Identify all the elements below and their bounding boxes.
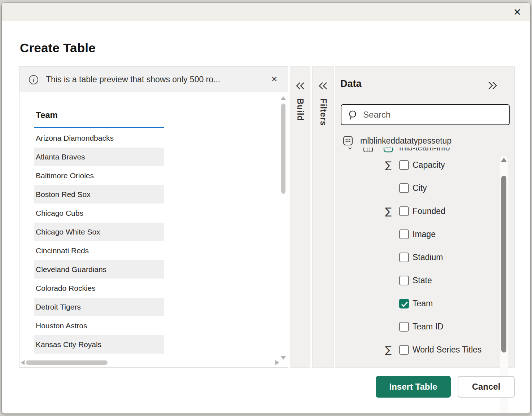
close-icon[interactable]: ✕	[511, 6, 524, 19]
column-header-team: Team	[36, 110, 58, 120]
field-label: City	[413, 183, 427, 193]
scroll-down-icon[interactable]	[281, 356, 286, 360]
scroll-up-icon[interactable]	[501, 158, 507, 162]
field-row: ∑Team ID	[335, 315, 514, 338]
table-row: Boston Red Sox	[34, 185, 164, 204]
chevron-double-left-icon[interactable]	[295, 81, 306, 92]
filters-panel-label: Filters	[318, 98, 328, 126]
scroll-up-icon[interactable]	[281, 96, 286, 100]
table-row: Chicago Cubs	[34, 204, 164, 223]
field-row: ∑City	[335, 176, 514, 200]
field-label: Founded	[413, 206, 445, 216]
info-icon: i	[29, 75, 38, 84]
cancel-button[interactable]: Cancel	[458, 376, 515, 398]
build-panel-label: Build	[295, 98, 305, 121]
table-row: Cleveland Guardians	[34, 260, 164, 279]
field-label: State	[413, 276, 432, 285]
table-name: mlb-team-info	[399, 148, 450, 153]
field-checkbox[interactable]	[399, 229, 409, 239]
search-icon	[348, 110, 359, 121]
horizontal-scroll-thumb[interactable]	[26, 360, 108, 365]
field-checkbox[interactable]	[399, 345, 409, 355]
table-row: Detroit Tigers	[34, 298, 164, 316]
field-list-scrollbar[interactable]	[500, 156, 508, 414]
field-list-scroll-thumb[interactable]	[501, 176, 506, 352]
sum-icon: ∑	[383, 159, 393, 171]
field-list: ∑Capacity∑City∑Founded∑Image∑Stadium∑Sta…	[335, 153, 514, 361]
table-row: Chicago White Sox	[34, 223, 164, 241]
preview-row-list: Arizona DiamondbacksAtlanta BravesBaltim…	[34, 129, 164, 360]
field-label: Capacity	[413, 160, 445, 170]
page-title: Create Table	[20, 41, 96, 55]
vertical-scroll-thumb[interactable]	[281, 104, 285, 194]
table-preview-panel: i This is a table preview that shows onl…	[19, 66, 288, 368]
sum-icon: ∑	[383, 206, 393, 217]
field-label: World Series Titles	[413, 345, 481, 355]
scroll-left-icon[interactable]	[21, 360, 25, 365]
field-row: ∑Capacity	[335, 153, 514, 176]
banner-message: This is a table preview that shows only …	[46, 75, 220, 84]
scroll-right-icon[interactable]	[275, 360, 279, 365]
table-row: Houston Astros	[34, 316, 164, 335]
linked-datatype-icon	[383, 148, 393, 153]
field-checkbox[interactable]	[399, 183, 409, 193]
workbook-grid-icon	[343, 136, 353, 146]
sum-icon: ∑	[383, 344, 393, 355]
data-source-row[interactable]: mlblinkeddatatypessetup	[343, 135, 452, 147]
field-checkbox[interactable]	[399, 276, 409, 285]
preview-horizontal-scrollbar[interactable]	[21, 360, 279, 365]
field-row: ∑Image	[335, 223, 514, 246]
create-table-dialog: ✕ Create Table i This is a table preview…	[1, 3, 531, 414]
table-icon	[363, 148, 373, 153]
field-checkbox[interactable]	[399, 206, 409, 216]
chevron-down-icon[interactable]	[347, 148, 353, 149]
table-row: Arizona Diamondbacks	[34, 129, 164, 148]
table-row: Atlanta Braves	[34, 148, 164, 166]
data-source-name: mlblinkeddatatypessetup	[360, 136, 452, 146]
preview-vertical-scrollbar[interactable]	[280, 96, 286, 360]
field-label: Image	[413, 229, 436, 239]
field-label: Stadium	[413, 253, 443, 262]
banner-close-icon[interactable]: ✕	[269, 74, 280, 85]
chevron-double-left-icon[interactable]	[318, 81, 328, 92]
field-row: ∑Team	[335, 292, 514, 315]
field-row: ∑World Series Titles	[335, 338, 514, 361]
build-panel-collapsed[interactable]: Build	[290, 66, 310, 368]
column-header-underline	[34, 127, 164, 128]
dialog-titlebar: ✕	[2, 3, 530, 21]
field-row: ∑State	[335, 269, 514, 292]
field-label: Team	[413, 299, 433, 308]
data-panel: Data mlblinkeddatatypessetup	[335, 66, 515, 368]
field-checkbox[interactable]	[399, 160, 409, 170]
field-label: Team ID	[413, 322, 444, 332]
table-row: Cincinnati Reds	[34, 241, 164, 260]
field-checkbox[interactable]	[399, 322, 409, 332]
field-checkbox-checked[interactable]	[399, 299, 409, 308]
table-row-partially-scrolled[interactable]: mlb-team-info	[335, 148, 493, 154]
insert-table-button[interactable]: Insert Table	[376, 376, 451, 398]
filters-panel-collapsed[interactable]: Filters	[312, 66, 334, 368]
field-checkbox[interactable]	[399, 253, 409, 262]
table-row: Baltimore Orioles	[34, 166, 164, 185]
table-row-partial: Los Angeles Angels	[34, 354, 164, 360]
table-row: Kansas City Royals	[34, 335, 164, 354]
chevron-double-right-icon[interactable]	[487, 80, 498, 92]
preview-info-banner: i This is a table preview that shows onl…	[19, 67, 288, 92]
field-row: ∑Stadium	[335, 246, 514, 269]
field-row: ∑Founded	[335, 200, 514, 223]
data-panel-title: Data	[340, 78, 362, 89]
table-row: Colorado Rockies	[34, 279, 164, 298]
search-box	[341, 104, 510, 125]
search-input[interactable]	[363, 106, 506, 124]
